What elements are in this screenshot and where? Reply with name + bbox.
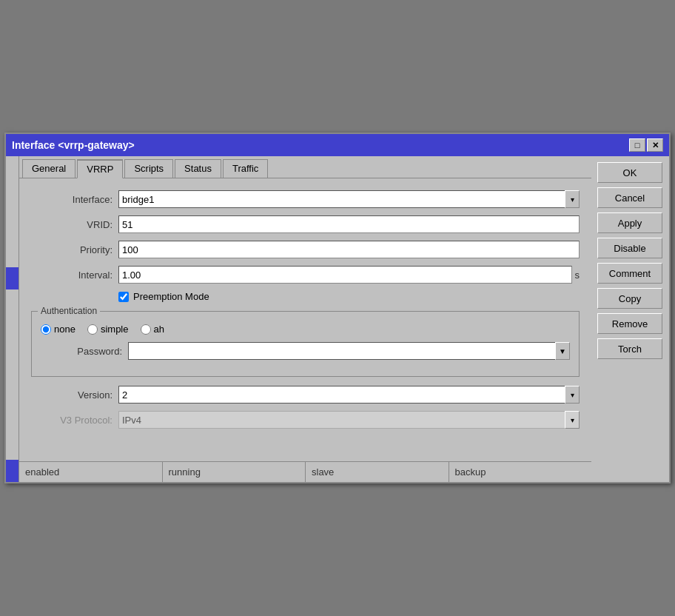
tab-general[interactable]: General [22, 159, 75, 178]
interface-dropdown-btn[interactable]: ▾ [565, 190, 580, 208]
disable-button[interactable]: Disable [597, 238, 662, 258]
restore-button[interactable]: □ [629, 138, 645, 152]
interval-input[interactable] [118, 266, 572, 284]
interface-input-group: ▾ [118, 190, 580, 208]
tab-status[interactable]: Status [175, 159, 221, 178]
preemption-row: Preemption Mode [118, 291, 580, 302]
v3protocol-label: V3 Protocol: [31, 415, 113, 426]
disable-label: Disable [614, 243, 645, 254]
auth-ah-radio[interactable] [141, 324, 151, 335]
apply-label: Apply [618, 218, 642, 229]
password-dropdown-icon: ▼ [559, 347, 566, 355]
copy-button[interactable]: Copy [597, 288, 662, 309]
ok-label: OK [623, 167, 637, 178]
main-area: General VRRP Scripts Status Traffic [19, 156, 591, 482]
content-area: Interface: ▾ VRID: Priority: [19, 178, 591, 461]
left-decoration [6, 156, 19, 482]
torch-button[interactable]: Torch [597, 338, 662, 359]
tab-scripts[interactable]: Scripts [124, 159, 173, 178]
version-row: Version: ▾ [31, 386, 580, 404]
password-input[interactable] [128, 342, 555, 360]
status-slave-text: slave [312, 466, 334, 478]
auth-none-item: none [41, 324, 75, 335]
v3protocol-dropdown-btn: ▾ [565, 411, 580, 429]
interval-label: Interval: [31, 270, 113, 281]
title-bar-buttons: □ ✕ [629, 138, 663, 152]
window-title: Interface <vrrp-gateway> [12, 139, 135, 151]
priority-input[interactable] [118, 241, 580, 258]
status-slave: slave [306, 462, 449, 482]
ok-button[interactable]: OK [597, 162, 662, 183]
priority-row: Priority: [31, 241, 580, 258]
apply-button[interactable]: Apply [597, 212, 662, 233]
auth-none-label: none [54, 324, 75, 335]
status-enabled: enabled [19, 462, 163, 482]
tabs-bar: General VRRP Scripts Status Traffic [19, 156, 591, 178]
tab-traffic-label: Traffic [232, 163, 258, 174]
interval-suffix: s [575, 270, 580, 281]
torch-label: Torch [618, 344, 642, 355]
vrid-row: VRID: [31, 215, 580, 233]
auth-ah-label: ah [154, 324, 164, 335]
version-input[interactable] [118, 386, 565, 404]
auth-group-legend: Authentication [38, 306, 100, 316]
auth-simple-item: simple [87, 324, 129, 335]
preemption-checkbox[interactable] [118, 292, 129, 302]
auth-none-radio[interactable] [41, 324, 51, 335]
authentication-group: Authentication none simple ah [31, 311, 580, 377]
copy-label: Copy [619, 293, 641, 304]
status-running-text: running [169, 466, 201, 478]
auth-radio-row: none simple ah [41, 324, 570, 335]
main-window: Interface <vrrp-gateway> □ ✕ General [4, 133, 671, 483]
auth-ah-item: ah [141, 324, 164, 335]
version-input-group: ▾ [118, 386, 580, 404]
v3protocol-input [118, 411, 565, 429]
status-backup-text: backup [455, 466, 486, 478]
v3protocol-row: V3 Protocol: ▾ [31, 411, 580, 429]
status-running: running [163, 462, 306, 482]
status-enabled-text: enabled [25, 466, 59, 478]
password-dropdown-btn[interactable]: ▼ [555, 342, 570, 360]
auth-simple-radio[interactable] [87, 324, 98, 335]
sidebar-buttons: OK Cancel Apply Disable Comment Copy Rem… [591, 156, 669, 482]
tab-traffic[interactable]: Traffic [223, 159, 268, 178]
v3protocol-dropdown-icon: ▾ [571, 416, 574, 424]
restore-icon: □ [635, 141, 640, 150]
auth-simple-label: simple [101, 324, 129, 335]
tab-scripts-label: Scripts [134, 163, 164, 174]
interface-row: Interface: ▾ [31, 190, 580, 208]
interval-row: Interval: s [31, 266, 580, 284]
cancel-button[interactable]: Cancel [597, 187, 662, 208]
remove-label: Remove [612, 318, 648, 329]
interface-label: Interface: [31, 194, 113, 205]
preemption-label: Preemption Mode [133, 291, 209, 302]
tab-vrrp-label: VRRP [87, 164, 113, 175]
tab-vrrp[interactable]: VRRP [77, 159, 123, 178]
v3protocol-input-group: ▾ [118, 411, 580, 429]
comment-button[interactable]: Comment [597, 263, 662, 284]
close-icon: ✕ [652, 141, 659, 150]
tab-general-label: General [32, 163, 66, 174]
remove-button[interactable]: Remove [597, 313, 662, 334]
close-button[interactable]: ✕ [647, 138, 663, 152]
version-label: Version: [31, 389, 113, 401]
vrid-label: VRID: [31, 219, 113, 230]
vrid-input[interactable] [118, 215, 580, 233]
version-dropdown-icon: ▾ [571, 391, 574, 399]
password-row: Password: ▼ [41, 342, 570, 360]
comment-label: Comment [609, 268, 651, 279]
password-input-group: ▼ [128, 342, 570, 360]
password-label: Password: [41, 346, 122, 357]
priority-label: Priority: [31, 244, 113, 255]
interface-input[interactable] [118, 190, 565, 208]
cancel-label: Cancel [615, 192, 645, 204]
blue-band-bottom [6, 460, 19, 482]
tab-status-label: Status [184, 163, 212, 174]
dropdown-arrow-icon: ▾ [571, 195, 574, 204]
blue-band-top [6, 267, 19, 289]
title-bar: Interface <vrrp-gateway> □ ✕ [6, 134, 669, 156]
version-dropdown-btn[interactable]: ▾ [565, 386, 580, 404]
window-body: General VRRP Scripts Status Traffic [6, 156, 669, 482]
status-bar: enabled running slave backup [19, 461, 591, 482]
status-backup: backup [449, 462, 592, 482]
